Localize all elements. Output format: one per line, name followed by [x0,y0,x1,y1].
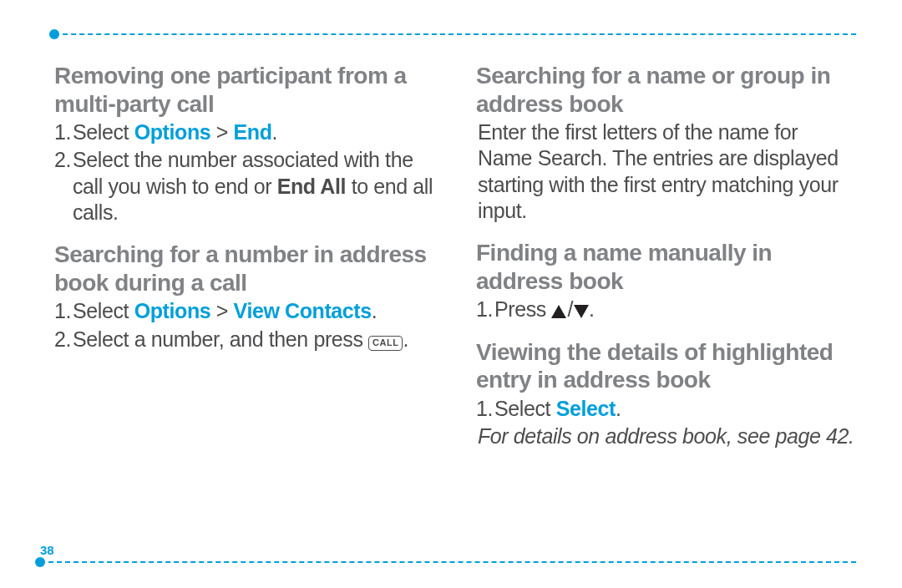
left-column: Removing one participant from a multi-pa… [54,62,434,464]
section-remove-participant: Removing one participant from a multi-pa… [54,62,434,226]
options-link: Options [134,120,211,144]
list-item: Select Options > End. [73,119,434,145]
cross-reference-note: For details on address book, see page 42… [476,423,856,449]
list-item: Select Select. [494,396,856,422]
slash-separator: / [566,297,574,321]
end-link: End [234,120,272,144]
step-text: . [616,397,621,420]
page-number: 38 [40,543,61,557]
section-view-details: Viewing the details of highlighted entry… [476,338,856,450]
section-find-manually: Finding a name manually in address book … [476,239,856,322]
step-text: . [372,299,378,322]
breadcrumb-separator: > [210,299,233,322]
end-all-label: End All [277,175,346,198]
call-button-icon: CALL [368,336,403,351]
heading-find-manually: Finding a name manually in address book [476,239,856,295]
list-item: Select the number associated with the ca… [73,147,434,226]
step-text: . [403,327,408,351]
section-search-number: Searching for a number in address book d… [54,241,434,352]
list-item: Select a number, and then press CALL. [73,327,434,352]
right-column: Searching for a name or group in address… [476,62,856,464]
body-text: Enter the first letters of the name for … [476,119,856,224]
heading-search-number: Searching for a number in address book d… [54,241,434,297]
select-link: Select [556,397,616,420]
options-link: Options [134,299,211,322]
heading-view-details: Viewing the details of highlighted entry… [476,338,856,394]
breadcrumb-separator: > [210,120,233,144]
content-columns: Removing one participant from a multi-pa… [54,62,856,464]
step-text: Select [494,397,556,420]
list-item: Select Options > View Contacts. [73,298,434,324]
section-search-name: Searching for a name or group in address… [476,62,856,224]
steps-view-details: Select Select. [476,396,856,422]
step-text: Select [73,120,134,144]
steps-remove-participant: Select Options > End. Select the number … [54,119,434,226]
step-text: Select [73,299,134,322]
steps-search-number: Select Options > View Contacts. Select a… [54,298,434,352]
step-text: . [589,297,595,321]
down-arrow-icon [574,305,589,318]
view-contacts-link: View Contacts [234,299,372,322]
steps-find-manually: Press /. [476,297,856,322]
up-arrow-icon [551,305,566,318]
top-divider [54,33,856,35]
bottom-divider [40,561,856,563]
step-text: Press [494,297,551,321]
heading-remove-participant: Removing one participant from a multi-pa… [54,62,434,118]
manual-page: Removing one participant from a multi-pa… [0,0,902,588]
heading-search-name: Searching for a name or group in address… [476,62,856,118]
list-item: Press /. [494,297,856,322]
step-text: Select a number, and then press [73,327,368,351]
step-text: . [272,120,278,144]
page-footer: 38 [40,561,856,563]
